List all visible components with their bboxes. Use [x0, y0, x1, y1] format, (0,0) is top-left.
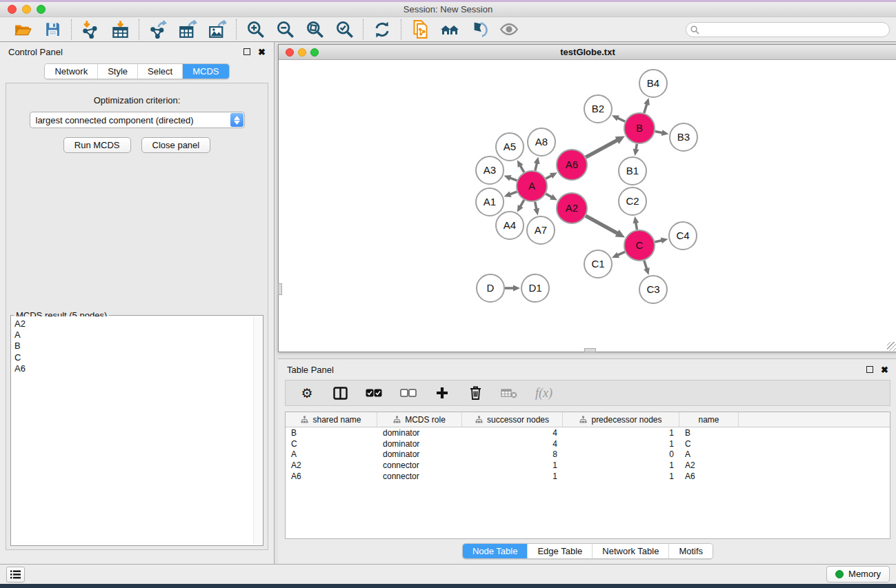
mcds-result-scrollbar[interactable]: [253, 316, 262, 545]
tab-style[interactable]: Style: [97, 64, 137, 79]
column-header-successor-nodes[interactable]: successor nodes: [462, 412, 563, 427]
mcds-result-item[interactable]: A6: [14, 363, 262, 374]
optimization-criterion-select[interactable]: largest connected component (directed): [30, 112, 245, 128]
graph-node-label: A5: [504, 141, 516, 152]
mcds-result-item[interactable]: A: [14, 330, 262, 341]
zoom-fit-icon[interactable]: [305, 20, 324, 39]
graph-edge-arrowhead: [533, 208, 539, 216]
show-columns-icon[interactable]: [332, 385, 348, 401]
graph-edge-A6-B[interactable]: [586, 140, 618, 157]
export-network-icon[interactable]: [148, 20, 168, 39]
application-window: Session: New Session: [0, 0, 896, 588]
search-input[interactable]: [686, 22, 890, 37]
graph-node-label: C3: [646, 283, 659, 295]
canvas-left-handle[interactable]: [278, 283, 282, 295]
table-cell: dominator: [377, 428, 462, 438]
unselect-all-checkboxes-icon[interactable]: [400, 385, 417, 401]
close-panel-button[interactable]: Close panel: [141, 137, 211, 153]
select-all-checkboxes-icon[interactable]: [366, 385, 382, 401]
settings-gear-icon[interactable]: ⚙: [299, 385, 315, 401]
export-image-icon[interactable]: [208, 20, 227, 39]
window-resize-grip[interactable]: [887, 342, 896, 351]
control-panel-title: Control Panel: [8, 47, 63, 57]
table-row[interactable]: A6connector11A6: [286, 471, 890, 482]
table-row[interactable]: Cdominator41C: [286, 438, 890, 449]
graph-node-label: D1: [528, 282, 541, 294]
tab-edge-table[interactable]: Edge Table: [527, 544, 592, 558]
table-body: Bdominator41BCdominator41CAdominator80AA…: [286, 427, 890, 482]
zoom-in-icon[interactable]: [246, 20, 265, 39]
float-table-panel-icon[interactable]: [866, 366, 873, 373]
zoom-selected-icon[interactable]: [335, 20, 354, 39]
network-window-titlebar[interactable]: testGlobe.txt: [279, 45, 896, 60]
table-cell: 1: [462, 472, 563, 481]
graph-edge-arrowhead: [504, 191, 512, 196]
column-header-filler: [739, 412, 890, 427]
search-icon: [690, 26, 699, 34]
home-first-neighbors-icon[interactable]: [440, 20, 459, 39]
table-toolbar: ⚙: [285, 380, 890, 406]
graph-edge-C-C3[interactable]: [644, 261, 647, 270]
add-column-icon[interactable]: [435, 385, 450, 401]
memory-button[interactable]: Memory: [826, 566, 890, 582]
close-panel-icon[interactable]: ✖: [258, 48, 266, 57]
open-session-icon[interactable]: [13, 20, 32, 39]
tab-network[interactable]: Network: [45, 64, 97, 79]
control-panel-header: Control Panel ✖: [0, 42, 274, 61]
table-cell: 1: [462, 460, 563, 470]
close-table-panel-icon[interactable]: ✖: [881, 365, 888, 374]
save-session-icon[interactable]: [43, 20, 62, 39]
canvas-bottom-handle[interactable]: [584, 348, 596, 352]
table-cell: connector: [377, 472, 462, 481]
mcds-result-item[interactable]: C: [14, 352, 262, 363]
hide-selected-icon[interactable]: [470, 20, 489, 39]
tab-mcds[interactable]: MCDS: [182, 64, 228, 79]
table-row[interactable]: A2connector11A2: [286, 460, 890, 471]
table-cell: A6: [286, 472, 377, 481]
graph-node-label: A: [528, 180, 535, 192]
graph-node-label: A7: [535, 224, 547, 236]
graph-edge-B-B4[interactable]: [644, 103, 647, 113]
graph-edge-arrowhead: [633, 149, 639, 156]
new-network-from-selection-icon[interactable]: [410, 20, 430, 39]
column-header-label: MCDS role: [405, 415, 446, 425]
graph-node-label: B4: [647, 77, 659, 89]
list-icon: [10, 570, 21, 579]
table-cell: 1: [563, 460, 679, 470]
optimization-criterion-value: largest connected component (directed): [30, 115, 230, 125]
window-titlebar: Session: New Session: [0, 2, 896, 17]
show-all-eye-icon[interactable]: [499, 20, 519, 39]
workspace-area: testGlobe.txt B4B2BB3A8A5A6A3B1AC2A1A2A4…: [275, 42, 896, 564]
column-header-name[interactable]: name: [679, 412, 739, 427]
import-network-icon[interactable]: [81, 20, 100, 39]
column-tree-icon: [301, 416, 308, 423]
export-table-icon[interactable]: [178, 20, 197, 39]
mcds-result-item[interactable]: B: [14, 341, 262, 352]
table-cell: B: [679, 428, 739, 438]
tab-motifs[interactable]: Motifs: [668, 544, 713, 558]
table-row[interactable]: Adominator80A: [286, 449, 890, 460]
table-row[interactable]: Bdominator41B: [286, 427, 890, 438]
import-table-icon[interactable]: [110, 20, 130, 39]
float-panel-icon[interactable]: [243, 48, 250, 55]
graph-edge-A2-C[interactable]: [586, 216, 618, 234]
tab-network-table[interactable]: Network Table: [592, 544, 668, 558]
task-history-button[interactable]: [6, 567, 25, 582]
run-mcds-button[interactable]: Run MCDS: [63, 137, 131, 153]
mcds-result-item[interactable]: A2: [14, 318, 262, 330]
graph-edge-arrowhead: [633, 216, 639, 224]
delete-table-icon[interactable]: [501, 385, 517, 401]
tab-select[interactable]: Select: [137, 64, 182, 79]
column-header-MCDS-role[interactable]: MCDS role: [377, 412, 462, 427]
delete-columns-icon[interactable]: [468, 385, 483, 401]
graph-node-label: B: [636, 122, 643, 134]
column-header-predecessor-nodes[interactable]: predecessor nodes: [563, 412, 679, 427]
graph-edge-arrowhead: [661, 130, 669, 136]
zoom-out-icon[interactable]: [275, 20, 295, 39]
network-canvas[interactable]: B4B2BB3A8A5A6A3B1AC2A1A2A4A7C4CC1C3DD1: [279, 61, 896, 352]
column-header-shared-name[interactable]: shared name: [286, 412, 377, 427]
tab-node-table[interactable]: Node Table: [463, 544, 528, 558]
refresh-layout-icon[interactable]: [372, 20, 392, 39]
mcds-result-list[interactable]: A2ABCA6: [12, 316, 262, 545]
table-panel: Table Panel ✖ ⚙: [278, 358, 896, 564]
